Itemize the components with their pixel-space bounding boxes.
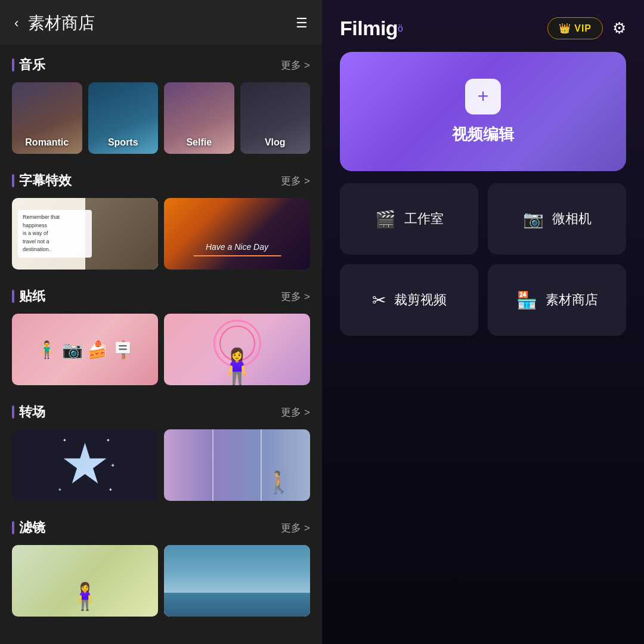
vip-badge[interactable]: 👑 VIP	[547, 17, 603, 39]
section-bar-transition	[12, 405, 14, 419]
camera-button[interactable]: 📷 微相机	[488, 183, 626, 255]
sticker-icons-1: 🧍‍♂️ 📷 🍰 🪧	[12, 314, 158, 385]
logo-wrap: Filmig ö	[340, 17, 403, 40]
transition-card-2[interactable]: 🚶	[164, 429, 310, 501]
sticker-section: 贴纸 更多 > 🧍‍♂️ 📷 🍰 🪧 🧍‍♀️	[0, 275, 322, 391]
subtitle-row: Remember thathappinessis a way oftravel …	[12, 198, 310, 270]
subtitle-text-block: Remember thathappinessis a way oftravel …	[18, 210, 92, 258]
music-label-vlog: Vlog	[240, 137, 311, 148]
workshop-button[interactable]: 🎬 工作室	[340, 183, 478, 255]
subtitle-card-2-text: Have a Nice Day	[164, 242, 310, 252]
section-bar-music	[12, 58, 14, 72]
sticker-card-1[interactable]: 🧍‍♂️ 📷 🍰 🪧	[12, 314, 158, 385]
plus-icon-wrap: +	[465, 79, 501, 114]
store-button[interactable]: 🏪 素材商店	[488, 264, 626, 336]
filter-card-2[interactable]	[164, 545, 310, 617]
settings-button[interactable]: ⚙	[612, 19, 626, 38]
music-more-link[interactable]: 更多 >	[281, 58, 310, 72]
filter-section-title: 滤镜	[19, 519, 45, 537]
subtitle-card-1[interactable]: Remember thathappinessis a way oftravel …	[12, 198, 158, 270]
transition-row: ✦ ✦ ✦ ✦ ✦ 🚶	[12, 429, 310, 501]
workshop-label: 工作室	[404, 210, 444, 228]
music-label-romantic: Romantic	[12, 137, 82, 148]
music-card-vlog[interactable]: Vlog	[240, 82, 311, 154]
header-actions: 👑 VIP ⚙	[547, 17, 626, 39]
store-icon: 🏪	[516, 290, 537, 310]
menu-icon[interactable]: ☰	[296, 16, 308, 31]
music-section-title: 音乐	[19, 56, 45, 74]
subtitle-underline	[193, 255, 281, 256]
filter-section: 滤镜 更多 > 🧍‍♀️	[0, 507, 322, 623]
transition-more-link[interactable]: 更多 >	[281, 405, 310, 419]
feature-grid: 🎬 工作室 📷 微相机 ✂ 裁剪视频 🏪 素材商店	[340, 183, 626, 336]
camera-icon: 📷	[523, 209, 544, 229]
left-panel: ‹ 素材商店 ☰ 音乐 更多 > Romantic Sports Selfie …	[0, 0, 322, 644]
music-label-sports: Sports	[88, 137, 159, 148]
sticker-row: 🧍‍♂️ 📷 🍰 🪧 🧍‍♀️	[12, 314, 310, 385]
subtitle-section-title: 字幕特效	[19, 172, 72, 190]
store-label: 素材商店	[546, 291, 598, 309]
music-section: 音乐 更多 > Romantic Sports Selfie Vlog	[0, 44, 322, 160]
transition-card-1[interactable]: ✦ ✦ ✦ ✦ ✦	[12, 429, 158, 501]
video-edit-label: 视频编辑	[452, 124, 514, 145]
transition-split-line-2	[261, 429, 262, 501]
transition-section-title: 转场	[19, 403, 45, 421]
trim-label: 裁剪视频	[394, 291, 447, 309]
section-bar-subtitle	[12, 174, 14, 187]
filter-more-link[interactable]: 更多 >	[281, 521, 310, 535]
music-label-selfie: Selfie	[164, 137, 234, 148]
back-button[interactable]: ‹	[14, 16, 18, 31]
music-row: Romantic Sports Selfie Vlog	[12, 82, 310, 154]
right-header: Filmig ö 👑 VIP ⚙	[340, 0, 626, 52]
store-title: 素材商店	[28, 12, 95, 35]
left-header: ‹ 素材商店 ☰	[0, 0, 322, 44]
filter-card-1[interactable]: 🧍‍♀️	[12, 545, 158, 617]
transition-section: 转场 更多 > ✦ ✦ ✦ ✦ ✦	[0, 391, 322, 507]
trim-button[interactable]: ✂ 裁剪视频	[340, 264, 478, 336]
camera-label: 微相机	[552, 210, 592, 228]
video-edit-button[interactable]: + 视频编辑	[340, 52, 626, 171]
plus-icon: +	[478, 85, 489, 107]
filter-row: 🧍‍♀️	[12, 545, 310, 617]
music-card-selfie[interactable]: Selfie	[164, 82, 234, 154]
logo-text: Filmig	[340, 17, 398, 40]
sticker-more-link[interactable]: 更多 >	[281, 290, 310, 304]
logo-dot: ö	[398, 23, 403, 34]
sticker-card-2[interactable]: 🧍‍♀️	[164, 314, 310, 385]
music-card-romantic[interactable]: Romantic	[12, 82, 82, 154]
transition-split-line-1	[212, 429, 213, 501]
right-panel: Filmig ö 👑 VIP ⚙ + 视频编辑 🎬 工作室 📷 微相机 ✂ 裁	[322, 0, 644, 644]
section-bar-sticker	[12, 290, 14, 303]
sticker-section-title: 贴纸	[19, 287, 45, 305]
section-bar-filter	[12, 521, 14, 534]
subtitle-card-2[interactable]: Have a Nice Day	[164, 198, 310, 270]
music-card-sports[interactable]: Sports	[88, 82, 159, 154]
sticker-figure: 🧍‍♀️	[215, 349, 259, 385]
scissors-icon: ✂	[372, 290, 386, 310]
crown-icon: 👑	[559, 23, 571, 34]
vip-label: VIP	[574, 23, 592, 34]
subtitle-section: 字幕特效 更多 > Remember thathappinessis a way…	[0, 160, 322, 275]
subtitle-more-link[interactable]: 更多 >	[281, 174, 310, 188]
workshop-icon: 🎬	[375, 209, 396, 229]
